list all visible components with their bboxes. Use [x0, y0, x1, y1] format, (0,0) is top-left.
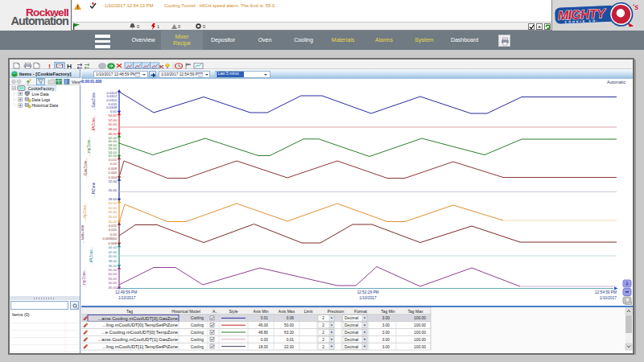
- svg-text:Tag Max: Tag Max: [408, 309, 423, 314]
- svg-text:1/10/2017: 1/10/2017: [600, 296, 617, 300]
- svg-text:100.00: 100.00: [414, 323, 426, 327]
- svg-text:Historical Model: Historical Model: [171, 309, 200, 314]
- svg-text:...mpZone...: ...mpZone...: [87, 137, 91, 156]
- svg-text:...GasZone: ...GasZone: [81, 224, 85, 243]
- svg-text:...e.Cooling.mCoolUDT[0].TempZ: ...e.Cooling.mCoolUDT[0].TempZone: [101, 330, 178, 335]
- svg-text:65.00: 65.00: [109, 268, 118, 272]
- svg-text:40.00: 40.00: [109, 254, 118, 258]
- svg-text:...mpZone...: ...mpZone...: [83, 202, 87, 221]
- svg-text:0.01: 0.01: [261, 316, 269, 320]
- svg-text:Axis Min: Axis Min: [254, 309, 269, 314]
- svg-text:Decimal: Decimal: [345, 323, 358, 327]
- svg-text:50.00: 50.00: [109, 206, 118, 210]
- svg-text:55.00: 55.00: [109, 277, 118, 281]
- svg-text:2: 2: [322, 316, 324, 320]
- svg-text:0.009000: 0.009000: [103, 237, 118, 241]
- svg-text:0.01: 0.01: [110, 162, 118, 166]
- svg-text:...ling.mCoolUDT[0].TempSetPtZ: ...ling.mCoolUDT[0].TempSetPtZone: [102, 323, 178, 327]
- svg-text:0.06: 0.06: [287, 316, 295, 320]
- svg-text:Cooling: Cooling: [191, 331, 204, 335]
- svg-text:22.00: 22.00: [284, 345, 294, 349]
- svg-text:CookieFactory: CookieFactory: [28, 86, 55, 91]
- svg-text:54.00: 54.00: [109, 113, 118, 117]
- svg-text:0.011: 0.011: [109, 158, 118, 162]
- svg-text:100.00: 100.00: [414, 331, 426, 335]
- svg-text:50.00: 50.00: [284, 323, 294, 327]
- svg-text:Limit: Limit: [304, 309, 313, 314]
- svg-text:...GasZone: ...GasZone: [92, 93, 96, 111]
- svg-text:Automatic: Automatic: [607, 80, 625, 84]
- svg-text:60.00: 60.00: [109, 272, 118, 276]
- svg-text:2: 2: [322, 338, 324, 342]
- svg-text:Cooling: Cooling: [191, 323, 204, 327]
- svg-text:45.00: 45.00: [109, 210, 118, 214]
- svg-text:45.00: 45.00: [109, 286, 118, 290]
- svg-text:3.00: 3.00: [382, 316, 390, 320]
- svg-text:0.011: 0.011: [109, 228, 118, 232]
- svg-text:Cooling: Cooling: [191, 338, 204, 342]
- svg-text:2: 2: [322, 345, 324, 349]
- svg-text:...GasZone...: ...GasZone...: [84, 158, 88, 179]
- svg-text:63.20: 63.20: [284, 331, 294, 335]
- svg-text:0.01: 0.01: [287, 338, 295, 342]
- svg-text:42.00: 42.00: [109, 250, 118, 254]
- svg-text:Tag Min: Tag Min: [381, 309, 395, 314]
- svg-text:Decimal: Decimal: [345, 331, 358, 335]
- svg-text:Tag: Tag: [126, 309, 133, 314]
- svg-text:0.011: 0.011: [109, 224, 118, 228]
- svg-text:48.00: 48.00: [109, 127, 118, 131]
- svg-text:50.00: 50.00: [109, 122, 118, 126]
- svg-text:50.00: 50.00: [109, 281, 118, 285]
- svg-text:...mpZone...: ...mpZone...: [82, 268, 86, 287]
- svg-text:44.00: 44.00: [109, 245, 118, 249]
- svg-text:Decimal: Decimal: [345, 316, 358, 320]
- svg-text:60.00: 60.00: [109, 201, 118, 205]
- svg-text:...ame.Cooling.mCoolUDT[0].Gas: ...ame.Cooling.mCoolUDT[0].GasZone: [97, 316, 178, 321]
- svg-text:1/10/2017: 1/10/2017: [359, 296, 377, 300]
- svg-text:0.01: 0.01: [110, 232, 118, 237]
- svg-text:22.00: 22.00: [109, 179, 118, 183]
- svg-text:Cooling: Cooling: [191, 316, 204, 320]
- svg-text:Cooling: Cooling: [191, 345, 204, 349]
- svg-text:Format: Format: [354, 309, 367, 314]
- svg-text:Style: Style: [229, 309, 237, 314]
- svg-text:...ame.Cooling.mCoolUDT[1].Gas: ...ame.Cooling.mCoolUDT[1].GasZone: [97, 337, 178, 342]
- svg-text:1/10/2017: 1/10/2017: [118, 296, 136, 300]
- svg-text:52.00: 52.00: [109, 118, 118, 122]
- svg-text:12:54:59 PM: 12:54:59 PM: [595, 290, 617, 294]
- svg-text:12:52:29 PM: 12:52:29 PM: [357, 290, 378, 294]
- svg-text:0.008: 0.008: [109, 167, 118, 171]
- svg-text:38.00: 38.00: [109, 259, 118, 263]
- svg-text:3.00: 3.00: [382, 345, 390, 349]
- svg-text:...ling.mCoolUDT[1].TempSetPtZ: ...ling.mCoolUDT[1].TempSetPtZone: [102, 344, 178, 349]
- svg-text:00:00:01.000: 00:00:01.000: [81, 80, 102, 84]
- svg-text:K: K: [159, 64, 165, 69]
- svg-text:2: 2: [322, 331, 324, 335]
- svg-text:100.00: 100.00: [414, 345, 426, 349]
- svg-text:100.00: 100.00: [414, 338, 426, 342]
- svg-text:20.00: 20.00: [109, 188, 118, 192]
- svg-text:12:49:59 PM: 12:49:59 PM: [115, 290, 137, 294]
- svg-text:...tPtZone...: ...tPtZone...: [89, 247, 93, 265]
- svg-text:46.00: 46.00: [258, 323, 268, 327]
- svg-text:Decimal: Decimal: [345, 338, 358, 342]
- svg-text:'s: 's: [632, 2, 639, 11]
- svg-text:Data Logs: Data Logs: [32, 97, 51, 102]
- svg-text:48.80: 48.80: [258, 331, 268, 335]
- svg-text:3.00: 3.00: [382, 323, 390, 327]
- svg-text:100.00: 100.00: [414, 316, 426, 320]
- svg-text:Live Data: Live Data: [32, 92, 49, 97]
- svg-text:0.00: 0.00: [261, 338, 269, 342]
- svg-text:A..: A..: [213, 309, 217, 314]
- svg-text:Axis Max: Axis Max: [279, 309, 295, 314]
- svg-text:3.00: 3.00: [382, 338, 390, 342]
- svg-text:Historical Data: Historical Data: [32, 103, 59, 108]
- svg-text:View: View: [72, 80, 80, 84]
- svg-text:2: 2: [322, 323, 324, 327]
- svg-text:...PtZone: ...PtZone: [92, 182, 96, 197]
- svg-text:18.00: 18.00: [258, 345, 268, 349]
- svg-text:0.006: 0.006: [109, 171, 118, 175]
- svg-text:Decimal: Decimal: [345, 345, 358, 349]
- svg-text:35.00: 35.00: [109, 215, 118, 219]
- svg-text:3.00: 3.00: [382, 331, 390, 335]
